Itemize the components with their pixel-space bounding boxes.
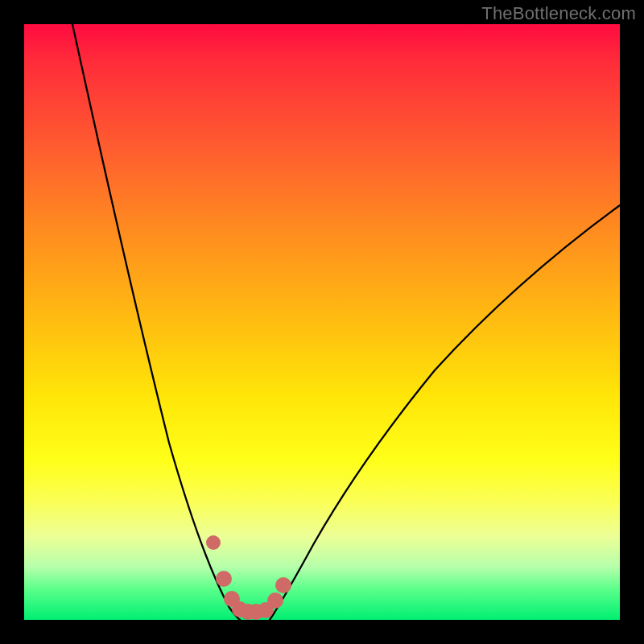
curve-layer — [24, 24, 620, 620]
watermark-text: TheBottleneck.com — [481, 3, 636, 24]
svg-point-8 — [275, 577, 291, 593]
curve-right-branch — [270, 205, 620, 620]
svg-point-7 — [267, 592, 283, 609]
curve-left-branch — [72, 24, 240, 620]
plot-area — [24, 24, 620, 620]
svg-point-1 — [216, 571, 232, 587]
chart-frame: TheBottleneck.com — [0, 0, 644, 644]
valley-dot-cluster — [206, 535, 291, 620]
svg-point-0 — [206, 535, 221, 550]
